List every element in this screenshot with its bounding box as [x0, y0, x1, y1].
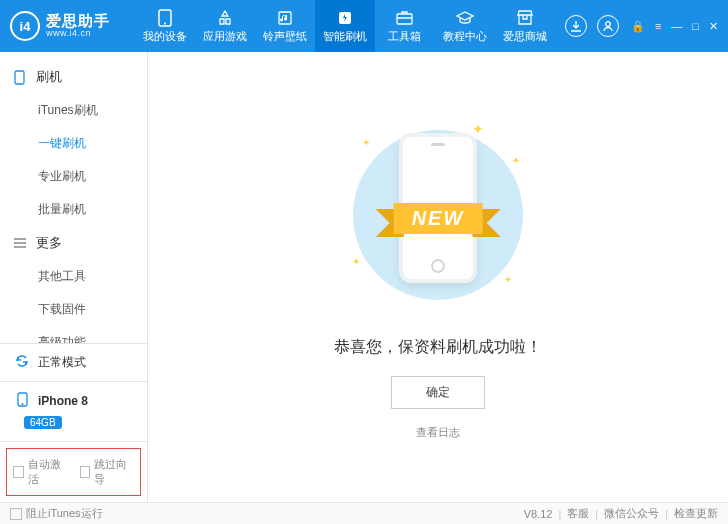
store-icon — [517, 9, 533, 27]
success-message: 恭喜您，保资料刷机成功啦！ — [334, 337, 542, 358]
sidebar-item-oneclick-flash[interactable]: 一键刷机 — [0, 127, 147, 160]
star-icon: ✦ — [472, 121, 484, 137]
sidebar-group-more[interactable]: 更多 — [0, 226, 147, 260]
nav-toolbox[interactable]: 工具箱 — [375, 0, 435, 52]
device-icon — [14, 392, 30, 410]
new-ribbon: NEW — [394, 203, 483, 234]
titlebar: i4 爱思助手 www.i4.cn 我的设备 应用游戏 铃声壁纸 智能刷机 工具… — [0, 0, 728, 52]
phone-icon — [158, 9, 172, 27]
sidebar-item-other-tools[interactable]: 其他工具 — [0, 260, 147, 293]
nav-apps[interactable]: 应用游戏 — [195, 0, 255, 52]
block-itunes-checkbox[interactable]: 阻止iTunes运行 — [10, 506, 103, 521]
sidebar-item-pro-flash[interactable]: 专业刷机 — [0, 160, 147, 193]
star-icon: ✦ — [352, 256, 360, 267]
star-icon: ✦ — [362, 137, 370, 148]
success-illustration: ✦ ✦ ✦ ✦ ✦ NEW — [328, 115, 548, 315]
flash-options-highlight: 自动激活 跳过向导 — [6, 448, 141, 496]
statusbar: 阻止iTunes运行 V8.12 | 客服 | 微信公众号 | 检查更新 — [0, 502, 728, 524]
brand-url: www.i4.cn — [46, 29, 110, 38]
close-button[interactable]: ✕ — [707, 18, 720, 35]
svg-rect-4 — [397, 14, 412, 24]
svg-rect-6 — [15, 71, 24, 84]
svg-point-8 — [21, 403, 23, 405]
sidebar-item-batch-flash[interactable]: 批量刷机 — [0, 193, 147, 226]
sidebar: 刷机 iTunes刷机 一键刷机 专业刷机 批量刷机 更多 其他工具 下载固件 … — [0, 52, 148, 502]
nav-flash[interactable]: 智能刷机 — [315, 0, 375, 52]
maximize-button[interactable]: □ — [690, 18, 701, 34]
apps-icon — [217, 9, 233, 27]
minimize-button[interactable]: — — [669, 18, 684, 34]
nav-store[interactable]: 爱思商城 — [495, 0, 555, 52]
star-icon: ✦ — [504, 274, 512, 285]
main-content: ✦ ✦ ✦ ✦ ✦ NEW 恭喜您，保资料刷机成功啦！ 确定 查看日志 — [148, 52, 728, 502]
device-name: iPhone 8 — [38, 394, 88, 408]
flash-icon — [337, 9, 353, 27]
version-label: V8.12 — [524, 508, 553, 520]
storage-chip: 64GB — [24, 416, 62, 429]
support-link[interactable]: 客服 — [567, 506, 589, 521]
phone-small-icon — [14, 70, 28, 85]
auto-activate-checkbox[interactable]: 自动激活 — [13, 457, 68, 487]
ok-button[interactable]: 确定 — [391, 376, 485, 409]
brand-name: 爱思助手 — [46, 13, 110, 29]
list-icon — [14, 238, 28, 248]
logo-icon: i4 — [10, 11, 40, 41]
wechat-link[interactable]: 微信公众号 — [604, 506, 659, 521]
toolbox-icon — [396, 9, 413, 27]
window-controls: 🔒 ≡ — □ ✕ — [629, 18, 728, 35]
sidebar-group-flash[interactable]: 刷机 — [0, 60, 147, 94]
top-nav: 我的设备 应用游戏 铃声壁纸 智能刷机 工具箱 教程中心 爱思商城 — [135, 0, 555, 52]
sidebar-item-itunes-flash[interactable]: iTunes刷机 — [0, 94, 147, 127]
nav-my-device[interactable]: 我的设备 — [135, 0, 195, 52]
sidebar-item-download-fw[interactable]: 下载固件 — [0, 293, 147, 326]
user-icon[interactable] — [597, 15, 619, 37]
menu-icon[interactable]: ≡ — [653, 18, 663, 34]
device-mode[interactable]: 正常模式 — [0, 344, 147, 382]
graduation-icon — [456, 9, 474, 27]
sidebar-item-advanced[interactable]: 高级功能 — [0, 326, 147, 343]
nav-tutorial[interactable]: 教程中心 — [435, 0, 495, 52]
logo[interactable]: i4 爱思助手 www.i4.cn — [0, 11, 135, 41]
lock-icon[interactable]: 🔒 — [629, 18, 647, 35]
music-icon — [277, 9, 293, 27]
svg-point-1 — [164, 22, 166, 24]
download-icon[interactable] — [565, 15, 587, 37]
view-log-link[interactable]: 查看日志 — [416, 425, 460, 440]
check-update-link[interactable]: 检查更新 — [674, 506, 718, 521]
device-info[interactable]: iPhone 8 64GB — [0, 382, 147, 442]
svg-point-5 — [606, 22, 611, 27]
star-icon: ✦ — [512, 155, 520, 166]
skip-guide-checkbox[interactable]: 跳过向导 — [80, 457, 135, 487]
nav-ringtones[interactable]: 铃声壁纸 — [255, 0, 315, 52]
sync-icon — [14, 354, 30, 371]
